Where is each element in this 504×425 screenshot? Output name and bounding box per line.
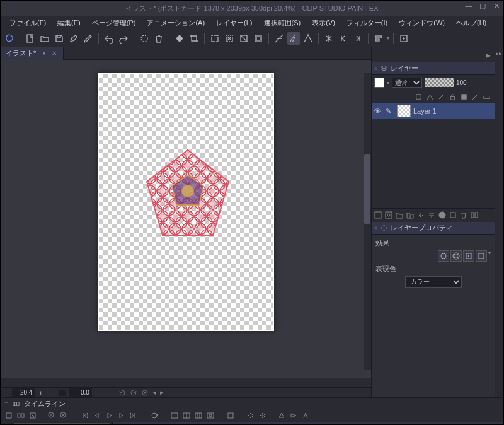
transfer-down-icon[interactable] bbox=[416, 211, 425, 219]
strip-collapse-icon[interactable]: ▸▸ bbox=[496, 50, 502, 57]
rotate-cw-icon[interactable] bbox=[130, 389, 137, 397]
new-vector-icon[interactable] bbox=[384, 211, 393, 219]
tone-effect-icon[interactable] bbox=[450, 250, 462, 262]
lock-icon[interactable] bbox=[449, 93, 457, 101]
menu-edit[interactable]: 編集(E) bbox=[52, 17, 86, 29]
close-button[interactable]: ✕ bbox=[492, 2, 501, 10]
edit2-icon[interactable] bbox=[82, 32, 94, 45]
rotation-value[interactable]: 0.0 bbox=[69, 388, 92, 397]
opacity-value[interactable]: 100 bbox=[456, 79, 467, 86]
menu-help[interactable]: ヘルプ(H) bbox=[451, 17, 491, 29]
apply-mask-icon[interactable] bbox=[449, 211, 457, 219]
menu-animation[interactable]: アニメーション(A) bbox=[142, 17, 210, 29]
menu-layer[interactable]: レイヤー(L) bbox=[211, 17, 257, 29]
tl-cel1-icon[interactable] bbox=[170, 411, 179, 420]
canvas-page[interactable] bbox=[98, 73, 274, 331]
timeline-ruler[interactable] bbox=[113, 422, 503, 425]
blend-mode-select[interactable]: 通常 bbox=[392, 78, 422, 88]
mask-icon[interactable] bbox=[460, 93, 468, 101]
2pane-icon[interactable] bbox=[470, 211, 479, 219]
loading-icon[interactable] bbox=[138, 32, 151, 45]
recenter-icon[interactable] bbox=[141, 389, 149, 397]
layer-name[interactable]: Layer 1 bbox=[413, 107, 437, 115]
extract-effect-icon[interactable] bbox=[476, 250, 487, 262]
menu-selection[interactable]: 選択範囲(S) bbox=[259, 17, 306, 29]
snap2-icon[interactable] bbox=[323, 32, 335, 45]
undo-icon[interactable] bbox=[103, 32, 115, 45]
new-folder-icon[interactable] bbox=[395, 211, 404, 219]
layer-thumbnail[interactable] bbox=[397, 105, 411, 117]
ruler-icon[interactable] bbox=[273, 32, 285, 45]
new-raster-icon[interactable] bbox=[374, 211, 382, 219]
layercolor-effect-icon[interactable] bbox=[463, 250, 474, 262]
tl-light1-icon[interactable] bbox=[277, 411, 286, 420]
align-icon[interactable] bbox=[372, 32, 385, 45]
tl-zoomin-icon[interactable] bbox=[59, 411, 68, 420]
tl-first-icon[interactable] bbox=[81, 411, 89, 420]
deselect-icon[interactable] bbox=[223, 32, 236, 45]
rotation-reset-icon[interactable] bbox=[59, 390, 66, 396]
tl-new-icon[interactable] bbox=[4, 411, 13, 420]
tl-cel3-icon[interactable] bbox=[194, 411, 203, 420]
menu-page[interactable]: ページ管理(P) bbox=[87, 17, 141, 29]
visibility-icon[interactable]: 👁 bbox=[374, 107, 383, 115]
clip-icon[interactable] bbox=[415, 93, 423, 101]
tl-play-icon[interactable] bbox=[105, 411, 113, 420]
save-icon[interactable] bbox=[53, 32, 66, 45]
layerprop-panel-header[interactable]: ≡ レイヤープロパティ bbox=[372, 222, 495, 235]
tl-cel2-icon[interactable] bbox=[182, 411, 191, 420]
edit-layer-icon[interactable]: ✎ bbox=[386, 107, 394, 115]
edit-icon[interactable] bbox=[67, 32, 80, 45]
horizontal-scrollbar[interactable] bbox=[1, 378, 371, 387]
redo-icon[interactable] bbox=[117, 32, 130, 45]
tl-keyspec-icon[interactable] bbox=[258, 411, 267, 420]
vertical-scrollbar[interactable] bbox=[364, 73, 371, 370]
open-icon[interactable] bbox=[38, 32, 51, 45]
fill-icon[interactable] bbox=[173, 32, 186, 45]
maximize-button[interactable]: ▢ bbox=[478, 2, 487, 10]
tl-light2-icon[interactable] bbox=[289, 411, 298, 420]
layercolor-icon[interactable] bbox=[483, 93, 491, 101]
rotate-ccw-icon[interactable] bbox=[118, 389, 126, 397]
ref-icon[interactable] bbox=[426, 93, 434, 101]
tl-edit-icon[interactable] bbox=[28, 411, 37, 420]
select-icon[interactable] bbox=[209, 32, 221, 45]
new-icon[interactable] bbox=[24, 32, 37, 45]
tl-onion-icon[interactable] bbox=[226, 411, 235, 420]
border-effect-icon[interactable] bbox=[438, 250, 449, 262]
ruler-layer-icon[interactable] bbox=[471, 93, 479, 101]
grid-icon[interactable] bbox=[287, 32, 300, 45]
csp-assets-icon[interactable] bbox=[398, 32, 410, 45]
zoom-out-icon[interactable]: − bbox=[4, 389, 8, 397]
tl-prev-icon[interactable] bbox=[93, 411, 101, 420]
prev-icon[interactable] bbox=[337, 32, 350, 45]
snap-icon[interactable] bbox=[302, 32, 314, 45]
menu-window[interactable]: ウィンドウ(W) bbox=[394, 17, 450, 29]
minimize-button[interactable]: — bbox=[464, 2, 473, 10]
menu-view[interactable]: 表示(V) bbox=[307, 17, 340, 29]
trash-icon[interactable] bbox=[152, 32, 165, 45]
layer-panel-header[interactable]: ≡ レイヤー bbox=[372, 62, 495, 75]
tl-frames-icon[interactable] bbox=[16, 411, 25, 420]
tl-zoomout-icon[interactable] bbox=[47, 411, 56, 420]
effect-dropdown[interactable]: ▾ bbox=[488, 250, 491, 262]
opacity-slider[interactable] bbox=[425, 78, 454, 87]
tl-next-icon[interactable] bbox=[117, 411, 125, 420]
folder-in-icon[interactable] bbox=[406, 211, 415, 219]
tl-celspec-icon[interactable] bbox=[206, 411, 215, 420]
tl-key-icon[interactable] bbox=[246, 411, 255, 420]
align-dropdown[interactable]: ▾ bbox=[387, 35, 389, 41]
colormode-select[interactable]: カラー bbox=[405, 276, 462, 288]
canvas-viewport[interactable] bbox=[1, 60, 371, 378]
menu-filter[interactable]: フィルター(I) bbox=[341, 17, 392, 29]
zoom-value[interactable]: 20.4 bbox=[12, 388, 35, 397]
crop-icon[interactable] bbox=[188, 32, 200, 45]
delete-layer-icon[interactable] bbox=[459, 211, 468, 219]
tl-loop-icon[interactable] bbox=[150, 411, 159, 420]
invert-icon[interactable] bbox=[238, 32, 250, 45]
tl-light3-icon[interactable] bbox=[301, 411, 310, 420]
collapse-icon[interactable]: ▸ bbox=[486, 50, 491, 60]
merge-down-icon[interactable] bbox=[427, 211, 436, 219]
add-mask-icon[interactable] bbox=[438, 211, 447, 219]
draft-icon[interactable] bbox=[437, 93, 445, 101]
